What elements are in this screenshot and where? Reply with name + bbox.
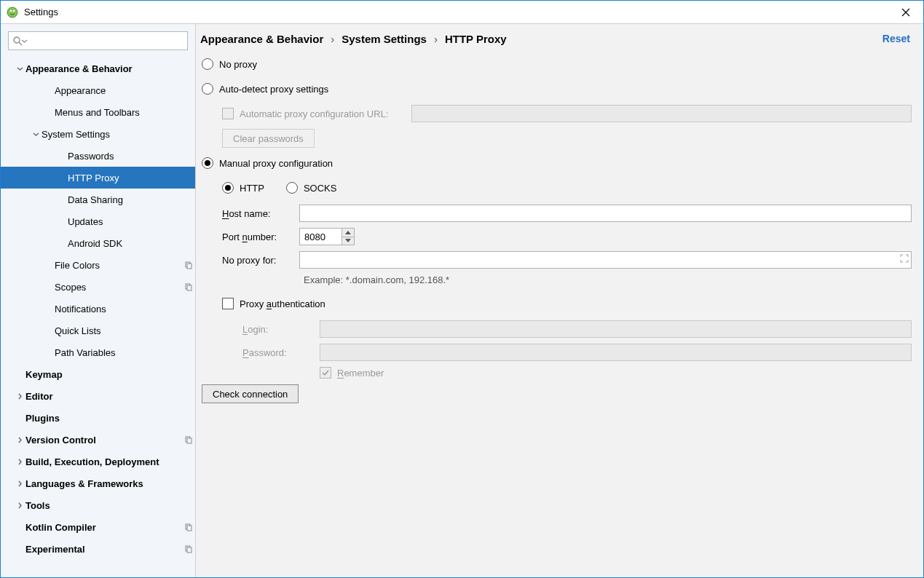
svg-point-1 [10, 9, 12, 12]
auto-url-input [411, 105, 912, 122]
svg-point-3 [14, 37, 20, 43]
tree-item-appearance-behavior[interactable]: Appearance & Behavior [1, 58, 195, 79]
breadcrumb-seg1: Appearance & Behavior [200, 33, 323, 45]
tree-item-label: Menus and Toolbars [55, 107, 182, 118]
spinner-up-icon[interactable] [342, 229, 354, 237]
login-label: Login: [242, 324, 320, 335]
tree-item-languages-frameworks[interactable]: Languages & Frameworks [1, 472, 195, 494]
settings-tree: Appearance & BehaviorAppearanceMenus and… [1, 55, 195, 577]
copy-icon [182, 545, 195, 553]
clear-passwords-button: Clear passwords [222, 129, 315, 148]
chevron-down-icon [30, 131, 42, 138]
tree-item-label: Passwords [68, 151, 182, 162]
chevron-right-icon [14, 459, 25, 465]
tree-item-updates[interactable]: Updates [1, 210, 195, 232]
copy-icon [182, 523, 195, 531]
tree-item-file-colors[interactable]: File Colors [1, 254, 195, 276]
host-label: Host name: [222, 208, 299, 219]
tree-item-scopes[interactable]: Scopes [1, 276, 195, 298]
password-input [320, 344, 912, 361]
expand-icon[interactable] [900, 254, 909, 265]
tree-item-label: Kotlin Compiler [25, 522, 182, 533]
tree-item-label: Languages & Frameworks [25, 478, 182, 489]
tree-item-appearance[interactable]: Appearance [1, 79, 195, 101]
tree-item-label: Notifications [55, 304, 182, 314]
tree-item-android-sdk[interactable]: Android SDK [1, 232, 195, 254]
tree-item-label: System Settings [42, 129, 182, 140]
chevron-right-icon: › [434, 33, 438, 45]
tree-item-label: Experimental [25, 544, 182, 555]
tree-item-passwords[interactable]: Passwords [1, 145, 195, 167]
noproxy-input[interactable] [299, 251, 912, 269]
radio-socks-label: SOCKS [304, 183, 337, 194]
search-history-icon[interactable] [21, 38, 28, 44]
host-input[interactable] [299, 205, 912, 222]
checkbox-auth[interactable] [222, 298, 234, 309]
tree-item-plugins[interactable]: Plugins [1, 407, 195, 429]
tree-item-label: Data Sharing [68, 194, 182, 205]
tree-item-label: Editor [25, 391, 182, 402]
chevron-right-icon: › [331, 33, 334, 45]
checkbox-remember-label: Remember [337, 368, 384, 379]
app-icon [7, 7, 18, 18]
tree-item-label: Path Variables [55, 347, 182, 358]
radio-http-label: HTTP [240, 183, 264, 194]
radio-no-proxy[interactable] [202, 58, 213, 70]
svg-rect-12 [187, 526, 191, 531]
chevron-down-icon [14, 66, 25, 72]
spinner-down-icon[interactable] [342, 237, 354, 245]
svg-rect-10 [187, 438, 191, 443]
check-connection-button[interactable]: Check connection [202, 384, 299, 403]
checkbox-auto-url-label: Automatic proxy configuration URL: [240, 108, 411, 119]
port-label: Port number: [222, 231, 299, 242]
tree-item-system-settings[interactable]: System Settings [1, 123, 195, 145]
tree-item-label: Build, Execution, Deployment [25, 456, 182, 467]
search-input-container[interactable] [8, 31, 188, 50]
copy-icon [182, 435, 195, 444]
search-input[interactable] [28, 35, 183, 47]
tree-item-quick-lists[interactable]: Quick Lists [1, 320, 195, 341]
tree-item-tools[interactable]: Tools [1, 494, 195, 516]
radio-socks[interactable] [286, 182, 298, 194]
tree-item-label: Plugins [25, 413, 182, 424]
login-input [320, 320, 912, 338]
chevron-right-icon [14, 502, 25, 509]
tree-item-label: Appearance & Behavior [25, 63, 182, 74]
tree-item-editor[interactable]: Editor [1, 385, 195, 407]
tree-item-label: Keymap [25, 369, 182, 380]
window-close-button[interactable] [894, 4, 917, 21]
tree-item-label: File Colors [55, 260, 182, 271]
tree-item-data-sharing[interactable]: Data Sharing [1, 189, 195, 210]
tree-item-version-control[interactable]: Version Control [1, 429, 195, 451]
port-input[interactable] [299, 228, 341, 245]
sidebar: Appearance & BehaviorAppearanceMenus and… [1, 24, 196, 577]
copy-icon [182, 282, 195, 291]
tree-item-label: HTTP Proxy [68, 173, 182, 183]
svg-rect-14 [187, 547, 191, 553]
tree-item-path-variables[interactable]: Path Variables [1, 341, 195, 363]
breadcrumb-seg2: System Settings [341, 33, 427, 45]
port-spinner[interactable] [299, 228, 355, 245]
reset-link[interactable]: Reset [882, 33, 910, 44]
tree-item-label: Version Control [25, 435, 182, 446]
tree-item-http-proxy[interactable]: HTTP Proxy [1, 167, 195, 189]
radio-manual[interactable] [202, 157, 213, 169]
tree-item-menus-and-toolbars[interactable]: Menus and Toolbars [1, 101, 195, 123]
noproxy-hint: Example: *.domain.com, 192.168.* [304, 274, 912, 285]
tree-item-label: Android SDK [68, 238, 182, 249]
tree-item-notifications[interactable]: Notifications [1, 298, 195, 320]
title-bar: Settings [1, 1, 923, 24]
noproxy-label: No proxy for: [222, 255, 299, 266]
password-label: Password: [242, 347, 320, 358]
tree-item-label: Tools [25, 500, 182, 511]
checkbox-auto-url [222, 108, 234, 119]
radio-http[interactable] [222, 182, 234, 194]
svg-rect-8 [187, 285, 191, 290]
tree-item-keymap[interactable]: Keymap [1, 363, 195, 385]
radio-auto-detect[interactable] [202, 83, 213, 95]
tree-item-kotlin-compiler[interactable]: Kotlin Compiler [1, 516, 195, 538]
radio-auto-detect-label: Auto-detect proxy settings [219, 84, 328, 95]
tree-item-experimental[interactable]: Experimental [1, 538, 195, 560]
breadcrumb: Appearance & Behavior › System Settings … [200, 33, 507, 45]
tree-item-build-execution-deployment[interactable]: Build, Execution, Deployment [1, 451, 195, 472]
